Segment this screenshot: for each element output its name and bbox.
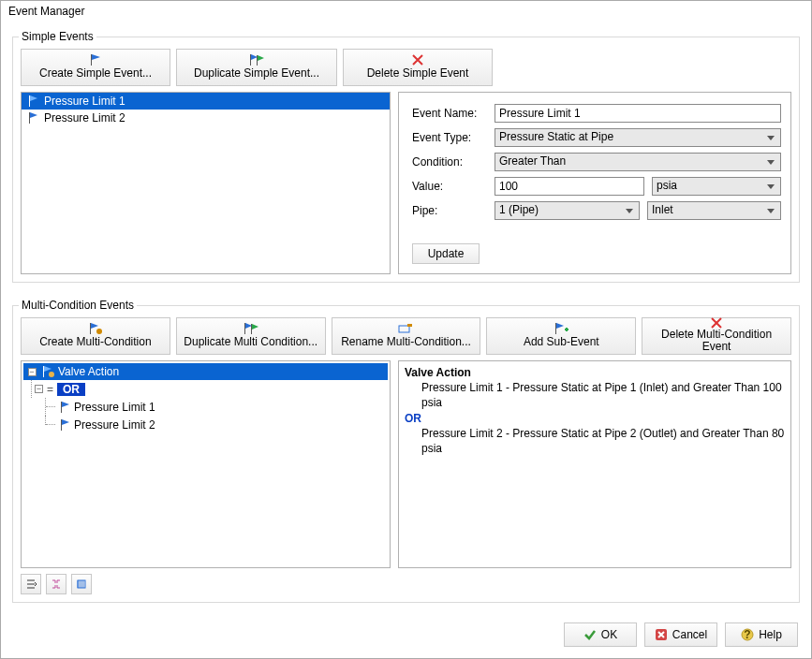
pipe-select[interactable]: 1 (Pipe) <box>495 201 640 220</box>
list-item[interactable]: Pressure Limit 1 <box>22 93 390 110</box>
tree-operator-item[interactable]: − = OR <box>23 380 388 398</box>
rename-multi-condition-button[interactable]: Rename Multi-Condition... <box>332 317 481 355</box>
flags-icon <box>247 52 266 67</box>
svg-rect-12 <box>43 366 44 377</box>
tree-collapse-icon[interactable]: − <box>28 368 37 376</box>
flag-icon <box>58 401 71 414</box>
flag-icon <box>25 111 40 124</box>
create-simple-event-button[interactable]: Create Simple Event... <box>21 49 170 86</box>
flag-cog-icon <box>40 365 55 378</box>
flag-icon <box>25 95 40 108</box>
flag-icon <box>88 52 103 67</box>
ok-button[interactable]: OK <box>564 622 637 647</box>
simple-events-group: Simple Events Create Simple Event... Dup… <box>12 37 800 283</box>
desc-line: Pressure Limit 2 - Pressure Static at Pi… <box>405 426 785 456</box>
tree-collapse-all-icon <box>76 578 87 590</box>
list-item-label: Pressure Limit 1 <box>44 95 125 108</box>
update-button[interactable]: Update <box>412 243 480 264</box>
pipe-location-select[interactable]: Inlet <box>647 201 781 220</box>
tree-child-label: Pressure Limit 1 <box>74 401 155 414</box>
tree-child-label: Pressure Limit 2 <box>74 418 155 432</box>
delete-multi-condition-button[interactable]: Delete Multi-Condition Event <box>642 317 791 355</box>
svg-rect-1 <box>250 54 251 66</box>
multi-condition-tree[interactable]: − Valve Action − = OR <box>21 360 391 568</box>
condition-select[interactable]: Greater Than <box>495 153 781 171</box>
or-operator-badge: OR <box>57 383 85 396</box>
cancel-x-icon <box>655 628 668 641</box>
condition-label: Condition: <box>412 155 487 168</box>
tree-root-label: Valve Action <box>58 365 119 378</box>
tree-tool-button-1[interactable] <box>21 574 41 594</box>
event-manager-dialog: Event Manager Simple Events Create Simpl… <box>0 0 812 659</box>
tree-child-item[interactable]: Pressure Limit 2 <box>23 416 388 433</box>
unit-select[interactable]: psia <box>652 177 781 196</box>
svg-rect-11 <box>555 323 556 334</box>
add-sub-event-button[interactable]: Add Sub-Event <box>486 317 636 355</box>
flags-duplicate-icon <box>242 321 260 336</box>
svg-rect-14 <box>61 402 62 413</box>
svg-rect-8 <box>251 324 252 334</box>
desc-or-label: OR <box>405 411 785 426</box>
simple-events-listbox[interactable]: Pressure Limit 1 Pressure Limit 2 <box>21 92 391 274</box>
svg-rect-0 <box>91 54 92 66</box>
event-type-label: Event Type: <box>412 131 487 144</box>
cancel-button[interactable]: Cancel <box>644 622 717 647</box>
delete-simple-event-button[interactable]: Delete Simple Event <box>343 49 493 86</box>
value-input[interactable] <box>495 177 644 196</box>
delete-x-icon <box>711 317 722 329</box>
multi-condition-events-label: Multi-Condition Events <box>19 299 137 312</box>
simple-events-label: Simple Events <box>19 30 96 43</box>
svg-rect-9 <box>399 326 409 332</box>
flag-plus-icon <box>553 321 569 336</box>
svg-rect-5 <box>90 323 91 334</box>
event-name-input[interactable] <box>495 104 781 123</box>
list-item-label: Pressure Limit 2 <box>44 111 125 124</box>
value-label: Value: <box>412 180 487 193</box>
event-type-select[interactable]: Pressure Static at Pipe <box>495 128 781 147</box>
list-item[interactable]: Pressure Limit 2 <box>22 110 390 126</box>
multi-condition-events-group: Multi-Condition Events Create Multi-Cond… <box>12 305 800 603</box>
svg-point-13 <box>49 372 54 377</box>
event-name-label: Event Name: <box>412 107 487 120</box>
tree-collapse-icon[interactable]: − <box>35 385 43 393</box>
tree-child-item[interactable]: Pressure Limit 1 <box>23 398 388 416</box>
svg-text:?: ? <box>744 628 750 641</box>
desc-line: Pressure Limit 1 - Pressure Static at Pi… <box>405 380 785 410</box>
svg-rect-7 <box>244 323 245 334</box>
svg-rect-4 <box>29 112 30 124</box>
svg-rect-2 <box>257 55 258 66</box>
flag-cog-icon <box>87 321 104 336</box>
delete-x-icon <box>412 52 423 67</box>
tree-tool-button-3[interactable] <box>71 574 92 594</box>
event-detail-panel: Event Name: Event Type: Pressure Static … <box>398 92 791 274</box>
svg-rect-15 <box>61 419 62 431</box>
dialog-title: Event Manager <box>1 1 811 22</box>
pipe-label: Pipe: <box>412 204 487 217</box>
tree-tool-button-2[interactable] <box>46 574 66 594</box>
help-button[interactable]: ? Help <box>725 622 798 647</box>
tree-sort-icon <box>25 578 37 590</box>
duplicate-simple-event-button[interactable]: Duplicate Simple Event... <box>176 49 337 86</box>
create-multi-condition-button[interactable]: Create Multi-Condition <box>21 317 170 355</box>
flag-icon <box>58 418 71 432</box>
tree-expand-icon <box>51 578 62 590</box>
tree-root-item[interactable]: − Valve Action <box>23 363 388 380</box>
svg-rect-3 <box>29 95 30 107</box>
rename-icon <box>397 321 414 336</box>
desc-title: Valve Action <box>405 365 785 380</box>
duplicate-multi-condition-button[interactable]: Duplicate Multi Condition... <box>176 317 326 355</box>
help-icon: ? <box>741 628 754 641</box>
multi-condition-description: Valve Action Pressure Limit 1 - Pressure… <box>398 360 791 568</box>
check-icon <box>583 628 597 641</box>
svg-rect-10 <box>407 324 412 327</box>
svg-point-6 <box>96 329 102 334</box>
